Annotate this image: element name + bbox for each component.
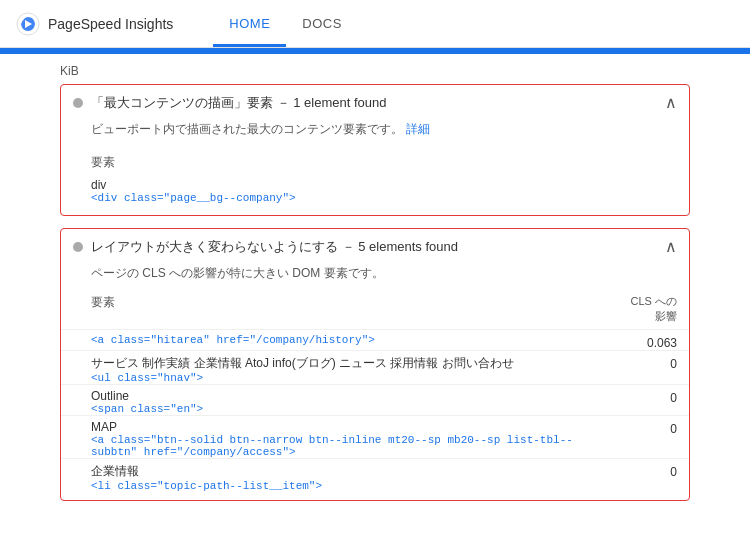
section1-detail-link[interactable]: 詳細 — [406, 122, 430, 136]
row-2: サービス 制作実績 企業情報 AtoJ info(ブログ) ニュース 採用情報 … — [61, 350, 689, 384]
section2-elements-label: 要素 — [91, 294, 115, 325]
section2-title: レイアウトが大きく変わらないようにする － 5 elements found — [91, 238, 458, 256]
section1-elements-table: div <div class="page__bg--company"> — [61, 175, 689, 207]
element1-label: div — [91, 178, 677, 192]
section1-dot — [73, 98, 83, 108]
row3-code: <span class="en"> — [91, 403, 617, 415]
row1-code: <a class="hitarea" href="/company/histor… — [91, 334, 617, 346]
row5-code: <li class="topic-path--list__item"> — [91, 480, 617, 492]
table-row: div <div class="page__bg--company"> — [61, 175, 689, 207]
tab-home[interactable]: HOME — [213, 0, 286, 47]
section2-chevron: ∧ — [665, 237, 677, 256]
row4-value: 0 — [617, 420, 677, 458]
pagespeed-icon — [16, 12, 40, 36]
section2-col-right: CLS への影響 — [617, 294, 677, 325]
nav-tabs: HOME DOCS — [213, 0, 358, 47]
row2-label: サービス 制作実績 企業情報 AtoJ info(ブログ) ニュース 採用情報 … — [91, 355, 617, 372]
section1-header-left: 「最大コンテンツの描画」要素 － 1 element found — [73, 94, 386, 112]
section1-header[interactable]: 「最大コンテンツの描画」要素 － 1 element found ∧ — [61, 85, 689, 120]
row3-label: Outline — [91, 389, 617, 403]
nav-logo-text: PageSpeed Insights — [48, 16, 173, 32]
section2-dot — [73, 242, 83, 252]
section2-header-left: レイアウトが大きく変わらないようにする － 5 elements found — [73, 238, 458, 256]
row4-code: <a class="btn--solid btn--narrow btn--in… — [91, 434, 617, 458]
row5-value: 0 — [617, 463, 677, 492]
row3-value: 0 — [617, 389, 677, 415]
main-content: KiB 「最大コンテンツの描画」要素 － 1 element found ∧ ビ… — [0, 54, 750, 534]
row-4: MAP <a class="btn--solid btn--narrow btn… — [61, 415, 689, 458]
section2-header[interactable]: レイアウトが大きく変わらないようにする － 5 elements found ∧ — [61, 229, 689, 264]
row-3: Outline <span class="en"> 0 — [61, 384, 689, 415]
section1-desc: ビューポート内で描画された最大のコンテンツ要素です。 詳細 — [61, 120, 689, 146]
row-1: <a class="hitarea" href="/company/histor… — [61, 329, 689, 350]
row1-value: 0.063 — [617, 334, 677, 350]
kib-label: KiB — [60, 54, 690, 84]
tab-docs[interactable]: DOCS — [286, 0, 358, 47]
section2-desc: ページの CLS への影響が特に大きい DOM 要素です。 — [61, 264, 689, 290]
section1-elements-label: 要素 — [61, 146, 689, 175]
section1-title: 「最大コンテンツの描画」要素 － 1 element found — [91, 94, 386, 112]
row5-label: 企業情報 — [91, 463, 617, 480]
section2-col-header: 要素 CLS への影響 — [61, 290, 689, 329]
section1-chevron: ∧ — [665, 93, 677, 112]
nav-bar: PageSpeed Insights HOME DOCS — [0, 0, 750, 48]
section1-box: 「最大コンテンツの描画」要素 － 1 element found ∧ ビューポー… — [60, 84, 690, 216]
element1-code: <div class="page__bg--company"> — [91, 192, 677, 204]
row4-label: MAP — [91, 420, 617, 434]
nav-logo: PageSpeed Insights — [16, 12, 173, 36]
row-5: 企業情報 <li class="topic-path--list__item">… — [61, 458, 689, 492]
row2-value: 0 — [617, 355, 677, 384]
section2-box: レイアウトが大きく変わらないようにする － 5 elements found ∧… — [60, 228, 690, 501]
row2-code: <ul class="hnav"> — [91, 372, 617, 384]
